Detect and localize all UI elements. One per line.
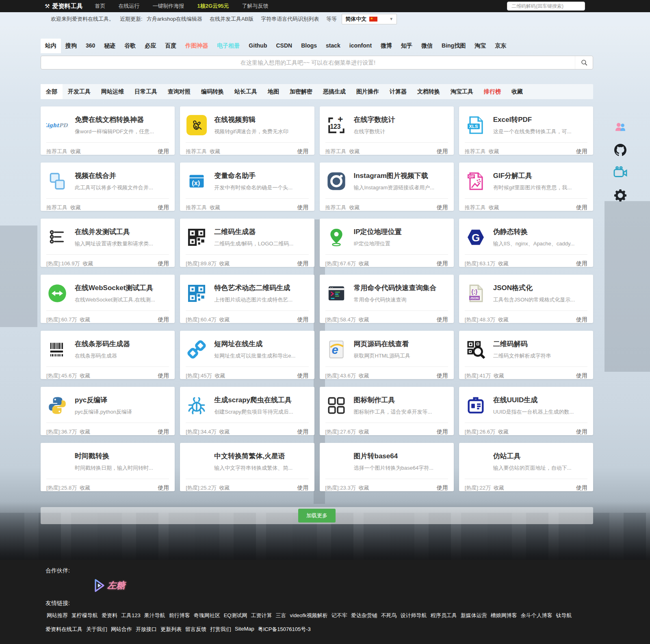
favorite-link[interactable]: 收藏 — [82, 260, 93, 267]
favorite-link[interactable]: 收藏 — [210, 148, 220, 155]
use-link[interactable]: 使用 — [297, 260, 309, 267]
category-tab-日常工具[interactable]: 日常工具 — [129, 84, 162, 99]
tool-card[interactable]: 时间戳转换时间戳转换日期，输入时间转时...[热度]:25.8万收藏使用 — [41, 443, 175, 491]
category-tab-排行榜[interactable]: 排行榜 — [479, 84, 506, 99]
use-link[interactable]: 使用 — [576, 372, 587, 379]
footer-link[interactable]: 粤ICP备15076105号-3 — [258, 626, 311, 633]
footer-link[interactable]: 爱资料在线工具 — [46, 626, 82, 633]
use-link[interactable]: 使用 — [576, 484, 587, 492]
use-link[interactable]: 使用 — [158, 260, 169, 267]
nav-item[interactable]: 了解与反馈 — [236, 0, 275, 12]
nav-item[interactable]: 在线运行 — [112, 0, 146, 12]
favorite-link[interactable]: 收藏 — [80, 372, 90, 379]
tool-card[interactable]: ℒightPDF免费在线文档转换神器像word一样编辑PDF文件，任意...推荐… — [41, 106, 175, 155]
settings-icon[interactable] — [612, 187, 629, 204]
tool-card[interactable]: 二维码生成器二维码生成/解码，LOGO二维码...[热度]:89.8万收藏使用 — [180, 219, 314, 267]
favorite-link[interactable]: 收藏 — [359, 484, 369, 492]
friend-link[interactable]: EQ测试网 — [224, 612, 247, 619]
tool-card[interactable]: 图片转base64选择一个图片转换为base64字符...[热度]:23.3万收… — [320, 443, 454, 491]
category-tab-文档转换[interactable]: 文档转换 — [412, 84, 445, 99]
tool-card[interactable]: 中文转换简繁体,火星语输入中文字符串转换成繁体、简...[热度]:25.2万收藏… — [180, 443, 314, 491]
friend-link[interactable]: 钛导航 — [556, 612, 572, 619]
use-link[interactable]: 使用 — [576, 204, 587, 211]
engine-tab-知乎[interactable]: 知乎 — [396, 39, 417, 53]
category-tab-淘宝工具[interactable]: 淘宝工具 — [445, 84, 479, 99]
friend-link[interactable]: 槽娘网博客 — [491, 612, 517, 619]
favorite-link[interactable]: 收藏 — [210, 204, 220, 211]
friend-link[interactable]: 余斗个人博客 — [521, 612, 552, 619]
tool-search-input[interactable] — [41, 56, 575, 69]
use-link[interactable]: 使用 — [158, 316, 169, 323]
footer-link[interactable]: 网站合作 — [111, 626, 132, 633]
favorite-link[interactable]: 收藏 — [70, 148, 81, 155]
use-link[interactable]: 使用 — [437, 484, 448, 492]
use-link[interactable]: 使用 — [437, 204, 448, 211]
use-link[interactable]: 使用 — [437, 372, 448, 379]
friend-link[interactable]: 奇瑰网社区 — [194, 612, 220, 619]
tool-card[interactable]: 仿站工具输入要仿站的页面地址，自动下...[热度]:22万收藏使用 — [459, 443, 593, 491]
footer-link[interactable]: SiteMap — [235, 626, 254, 633]
favorite-link[interactable]: 收藏 — [489, 148, 499, 155]
tool-card[interactable]: 在线视频剪辑视频转gif调速合并，免费无水印推荐工具收藏使用 — [180, 106, 314, 155]
friend-link[interactable]: 工具123 — [121, 612, 141, 619]
use-link[interactable]: 使用 — [158, 372, 169, 379]
favorite-link[interactable]: 收藏 — [80, 428, 90, 436]
tool-card[interactable]: 在线条形码生成器在线条形码生成器[热度]:45.6万收藏使用 — [41, 331, 175, 379]
use-link[interactable]: 使用 — [297, 428, 309, 436]
tool-card[interactable]: Instagram图片视频下载输入Instagram资源链接或者用户...推荐工… — [320, 163, 454, 211]
category-tab-图片操作[interactable]: 图片操作 — [351, 84, 384, 99]
tool-card[interactable]: 视频在线合并此工具可以将多个视频文件合并...推荐工具收藏使用 — [41, 163, 175, 211]
tool-card[interactable]: e网页源码在线查看获取网页HTML源码工具[热度]:43.6万收藏使用 — [320, 331, 454, 379]
favorite-link[interactable]: 收藏 — [359, 260, 369, 267]
favorite-link[interactable]: 收藏 — [359, 316, 369, 323]
use-link[interactable]: 使用 — [576, 428, 587, 436]
footer-link[interactable]: 开放接口 — [136, 626, 157, 633]
engine-tab-秘迹[interactable]: 秘迹 — [100, 39, 120, 53]
favorite-link[interactable]: 收藏 — [498, 428, 509, 436]
tool-card[interactable]: XLSExcel转PDF这是一个在线免费转换工具，可...推荐工具收藏使用 — [459, 106, 593, 155]
github-icon[interactable] — [612, 141, 629, 158]
favorite-link[interactable]: 收藏 — [219, 484, 230, 492]
tool-card[interactable]: (x)变量命名助手开发中有时候命名的确是一个头...推荐工具收藏使用 — [180, 163, 314, 211]
use-link[interactable]: 使用 — [297, 372, 309, 379]
use-link[interactable]: 使用 — [158, 204, 169, 211]
search-button[interactable] — [575, 56, 593, 69]
tool-card[interactable]: 在线WebSocket测试工具在线WebSocket测试工具,在线测...[热度… — [41, 275, 175, 323]
engine-tab-百度[interactable]: 百度 — [160, 39, 181, 53]
screen-recorder-icon[interactable] — [612, 164, 629, 181]
category-tab-加密解密[interactable]: 加密解密 — [284, 84, 318, 99]
engine-tab-必应[interactable]: 必应 — [140, 39, 160, 53]
favorite-link[interactable]: 收藏 — [349, 148, 360, 155]
category-tab-编码转换[interactable]: 编码转换 — [196, 84, 229, 99]
favorite-link[interactable]: 收藏 — [219, 428, 230, 436]
use-link[interactable]: 使用 — [158, 484, 169, 492]
category-tab-地图[interactable]: 地图 — [262, 84, 284, 99]
use-link[interactable]: 使用 — [437, 316, 448, 323]
site-logo[interactable]: ⚒ 爱资料工具 — [45, 2, 83, 10]
favorite-link[interactable]: 收藏 — [219, 316, 230, 323]
friend-link[interactable]: 设计师导航 — [401, 612, 427, 619]
favorite-link[interactable]: 收藏 — [349, 204, 360, 211]
tool-card[interactable]: 常用命令代码快速查询集合常用命令代码快速查询[热度]:58.4万收藏使用 — [320, 275, 454, 323]
category-tab-查询对照[interactable]: 查询对照 — [162, 84, 196, 99]
language-select[interactable]: 简体中文 ★ ▼ — [342, 14, 397, 24]
use-link[interactable]: 使用 — [576, 148, 587, 155]
load-more-button[interactable]: 加载更多 — [298, 509, 336, 523]
favorite-link[interactable]: 收藏 — [80, 316, 90, 323]
friend-link[interactable]: 记不牢 — [332, 612, 347, 619]
footer-link[interactable]: 关于我们 — [86, 626, 107, 633]
friend-link[interactable]: 某柠檬导航 — [72, 612, 98, 619]
friend-link[interactable]: 三言 — [276, 612, 286, 619]
tool-card[interactable]: 特色艺术动态二维码生成上传图片或动态图片生成特色艺...[热度]:60.4万收藏… — [180, 275, 314, 323]
tool-card[interactable]: G伪静态转换输入IIS、nginx、Apache、caddy...[热度]:63… — [459, 219, 593, 267]
tool-card[interactable]: 123+在线字数统计在线字数统计推荐工具收藏使用 — [320, 106, 454, 155]
tool-card[interactable]: GIFGIF分解工具有时候gif里面图片很有意思，我...推荐工具收藏使用 — [459, 163, 593, 211]
tool-card[interactable]: pyc反编译pyc反编译,python反编译[热度]:36.7万收藏使用 — [41, 387, 175, 435]
update-link[interactable]: 字符串语言代码识别列表 — [261, 15, 319, 23]
use-link[interactable]: 使用 — [158, 148, 169, 155]
engine-tab-Bing找图[interactable]: Bing找图 — [437, 39, 470, 53]
category-tab-开发工具[interactable]: 开发工具 — [63, 84, 96, 99]
partner-logo[interactable]: 左糖 — [93, 579, 125, 592]
use-link[interactable]: 使用 — [297, 148, 309, 155]
friend-link[interactable]: 爱资料 — [102, 612, 117, 619]
